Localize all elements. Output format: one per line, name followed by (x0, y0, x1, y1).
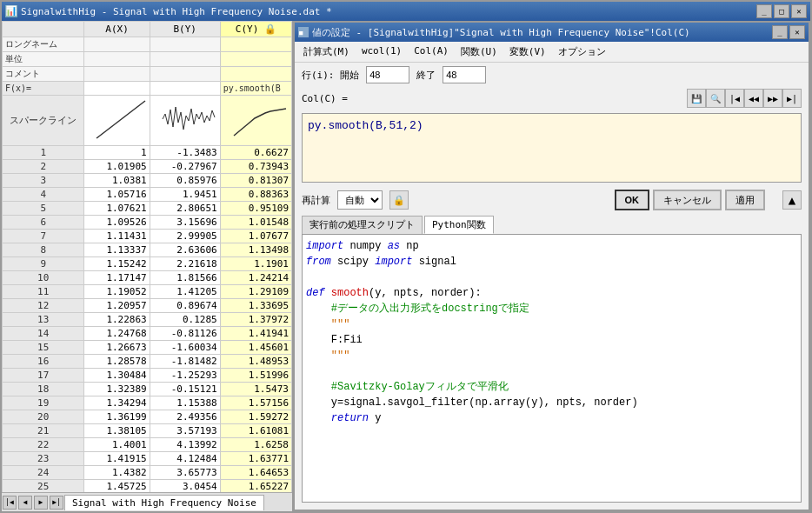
close-button[interactable]: ✕ (791, 4, 807, 18)
code-line: y=signal.savgol_filter(np.array(y), npts… (306, 395, 797, 410)
main-content: A(X) B(Y) C(Y) 🔒 ロングネーム (2, 21, 810, 511)
next-tool-button[interactable]: ▶▶ (763, 89, 782, 108)
fx-label: F(x)= (3, 82, 84, 96)
longname-a[interactable] (84, 37, 150, 52)
col-a-header[interactable]: A(X) (84, 22, 150, 37)
fx-a[interactable] (84, 82, 150, 96)
search-tool-button[interactable]: 🔍 (706, 89, 725, 108)
cancel-button[interactable]: キャンセル (653, 190, 722, 210)
corner-header (3, 22, 84, 37)
comment-a[interactable] (84, 67, 150, 82)
unit-c[interactable] (220, 52, 291, 67)
prev-tool-button[interactable]: ◀◀ (744, 89, 763, 108)
row-start-label: 行(i): 開始 (302, 69, 359, 82)
apply-button[interactable]: 適用 (725, 190, 765, 210)
menu-formula[interactable]: 計算式(M) (298, 43, 355, 60)
table-row: 15 1.26673 -1.60034 1.45601 (3, 341, 292, 355)
unit-b[interactable] (150, 52, 220, 67)
row-end-label: 終了 (416, 69, 436, 82)
maximize-button[interactable]: □ (774, 4, 789, 18)
fx-c[interactable]: py.smooth(B (220, 82, 291, 96)
table-row: 1 1 -1.3483 0.6627 (3, 146, 292, 160)
sparkline-a (84, 96, 150, 146)
col-b-header[interactable]: B(Y) (150, 22, 220, 37)
table-row: 3 1.0381 0.85976 0.81307 (3, 174, 292, 188)
main-title-bar: 📊 SignalwithHig - Signal with High Frequ… (2, 2, 810, 21)
table-row: 9 1.15242 2.21618 1.1901 (3, 257, 292, 271)
row-num: 1 (3, 146, 84, 160)
recalc-bar: 再計算 自動 手動 🔒 OK キャンセル 適用 ▲ (295, 186, 809, 214)
save-tool-button[interactable]: 💾 (687, 89, 706, 108)
sheet-tab[interactable]: Signal with High Frequency Noise (64, 495, 264, 510)
recalc-select[interactable]: 自動 手動 (337, 190, 383, 210)
dialog-close-button[interactable]: ✕ (789, 25, 805, 39)
menu-var[interactable]: 変数(V) (504, 43, 551, 60)
cell-c[interactable]: 0.6627 (220, 146, 291, 160)
nav-next-button[interactable]: ▶ (34, 496, 48, 510)
table-row: 14 1.24768 -0.81126 1.41941 (3, 327, 292, 341)
sparkline-label: スパークライン (3, 96, 84, 146)
nav-last-button[interactable]: ▶| (50, 496, 63, 510)
first-tool-button[interactable]: |◀ (725, 89, 744, 108)
table-row: 25 1.45725 3.0454 1.65227 (3, 480, 292, 493)
code-line: #Savitzky-Golayフィルタで平滑化 (306, 379, 797, 395)
lock-recalc-button[interactable]: 🔒 (389, 190, 409, 210)
code-line: #データの入出力形式をdocstringで指定 (306, 301, 797, 316)
minimize-button[interactable]: _ (756, 4, 772, 18)
nav-first-button[interactable]: |◀ (3, 496, 17, 510)
comment-b[interactable] (150, 67, 220, 82)
sparkline-c-svg (232, 97, 289, 142)
table-row: 23 1.41915 4.12484 1.63771 (3, 452, 292, 466)
longname-c[interactable] (220, 37, 291, 52)
unit-row: 単位 (3, 52, 292, 67)
window-controls: _ □ ✕ (756, 4, 807, 18)
dialog-title-bar: ▪ 値の設定 - [SignalwithHig]"Signal with Hig… (295, 23, 809, 42)
code-line: from scipy import signal (306, 254, 797, 270)
dialog-menubar: 計算式(M) wcol(1) Col(A) 関数(U) 変数(V) オプション (295, 42, 809, 63)
table-row: 21 1.38105 3.57193 1.61081 (3, 424, 292, 438)
menu-options[interactable]: オプション (553, 43, 611, 60)
formula-text: py.smooth(B,51,2) (308, 119, 423, 132)
cell-a[interactable]: 1 (84, 146, 150, 160)
sheet-scroll[interactable]: A(X) B(Y) C(Y) 🔒 ロングネーム (2, 21, 292, 492)
longname-b[interactable] (150, 37, 220, 52)
comment-c[interactable] (220, 67, 291, 82)
table-row: 16 1.28578 -1.81482 1.48953 (3, 355, 292, 369)
sparkline-a-svg (95, 97, 147, 142)
table-row: 17 1.30484 -1.25293 1.51996 (3, 369, 292, 383)
fx-row: F(x)= py.smooth(B (3, 82, 292, 96)
table-row: 8 1.13337 2.63606 1.13498 (3, 243, 292, 257)
spreadsheet-panel: A(X) B(Y) C(Y) 🔒 ロングネーム (2, 21, 293, 511)
table-row: 19 1.34294 1.15388 1.57156 (3, 396, 292, 410)
code-blank (306, 363, 797, 379)
menu-func[interactable]: 関数(U) (456, 43, 503, 60)
tab-pre-script[interactable]: 実行前の処理スクリプト (302, 216, 423, 234)
col-c-header[interactable]: C(Y) 🔒 (220, 22, 291, 37)
dialog-content: 計算式(M) wcol(1) Col(A) 関数(U) 変数(V) オプション … (295, 42, 809, 510)
code-blank (306, 270, 797, 285)
table-row: 24 1.4382 3.65773 1.64653 (3, 466, 292, 480)
table-row: 6 1.09526 3.15696 1.01548 (3, 216, 292, 230)
cell-b[interactable]: -1.3483 (150, 146, 220, 160)
sparkline-b-svg (161, 97, 217, 142)
unit-a[interactable] (84, 52, 150, 67)
nav-prev-button[interactable]: ◀ (18, 496, 32, 510)
last-tool-button[interactable]: ▶| (782, 89, 802, 108)
table-row: 10 1.17147 1.81566 1.24214 (3, 271, 292, 285)
table-row: 12 1.20957 0.89674 1.33695 (3, 299, 292, 313)
menu-wcol[interactable]: wcol(1) (356, 43, 407, 60)
formula-area[interactable]: py.smooth(B,51,2) (302, 113, 802, 183)
row-end-input[interactable] (443, 66, 486, 83)
code-line: F:Fii (306, 332, 797, 348)
comment-row: コメント (3, 67, 292, 82)
expand-button[interactable]: ▲ (782, 190, 802, 210)
ok-button[interactable]: OK (615, 190, 650, 210)
code-area[interactable]: import numpy as np from scipy import sig… (302, 234, 802, 503)
menu-cola[interactable]: Col(A) (409, 43, 454, 60)
table-row: 5 1.07621 2.80651 0.95109 (3, 202, 292, 216)
dialog-minimize-button[interactable]: _ (772, 25, 788, 39)
tab-python-func[interactable]: Python関数 (424, 216, 494, 234)
bottom-bar: |◀ ◀ ▶ ▶| Signal with High Frequency Noi… (2, 492, 292, 511)
fx-b[interactable] (150, 82, 220, 96)
row-start-input[interactable] (366, 66, 409, 83)
